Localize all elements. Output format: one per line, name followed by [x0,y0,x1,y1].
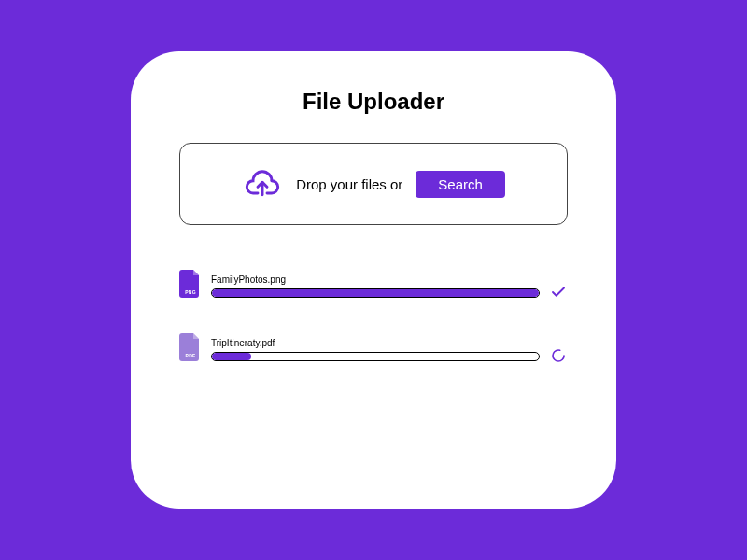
file-body: FamilyPhotos.png [211,274,540,298]
file-type-icon: PNG [179,270,202,298]
file-row: PDF TripItineraty.pdf [179,333,568,361]
file-row: PNG FamilyPhotos.png [179,270,568,298]
file-type-icon: PDF [179,333,202,361]
spinner-icon [549,346,568,365]
progress-bar [211,288,540,298]
checkmark-icon [549,283,568,301]
uploader-card: File Uploader Drop your files or Search … [131,51,616,509]
page-title: File Uploader [179,89,568,115]
progress-fill [212,353,251,360]
file-body: TripItineraty.pdf [211,338,540,361]
file-name: TripItineraty.pdf [211,338,540,348]
file-ext-label: PDF [179,353,202,358]
progress-bar [211,352,540,361]
cloud-upload-icon [242,163,283,204]
search-button[interactable]: Search [416,171,505,198]
file-ext-label: PNG [179,289,202,295]
dropzone[interactable]: Drop your files or Search [179,143,568,225]
dropzone-text: Drop your files or [296,176,402,192]
svg-point-0 [553,350,564,361]
file-name: FamilyPhotos.png [211,274,540,285]
progress-fill [212,289,539,297]
